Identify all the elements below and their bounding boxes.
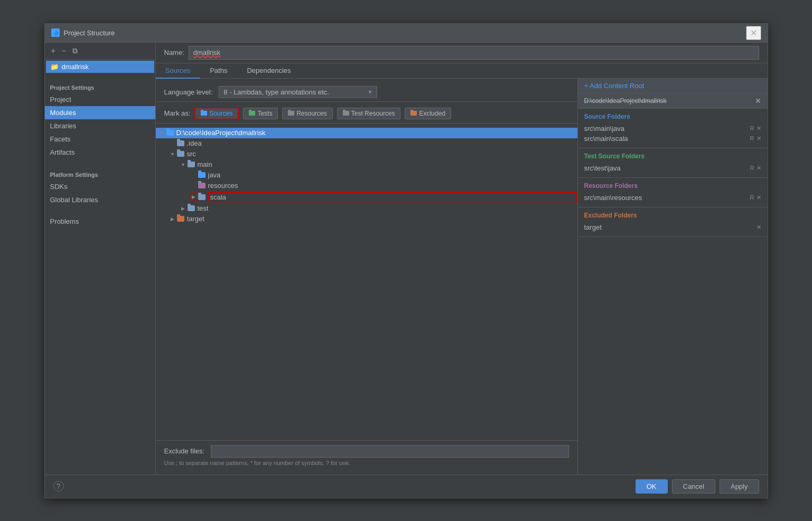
tab-paths[interactable]: Paths [200, 63, 237, 78]
right-close-button[interactable]: ✕ [755, 97, 761, 105]
apply-button[interactable]: Apply [720, 479, 759, 494]
exclude-label: Exclude files: [164, 447, 205, 455]
source-java-actions[interactable]: R ✕ [750, 125, 761, 132]
selected-module-item[interactable]: 📁 dmallrisk [46, 61, 154, 73]
test-source-folders-section: Test Source Folders src\test\java R ✕ [578, 148, 768, 178]
excluded-actions[interactable]: ✕ [757, 224, 761, 231]
src-folder-icon [177, 151, 184, 157]
mark-as-row: Mark as: Sources Tests Resources [156, 104, 577, 124]
target-arrow[interactable] [169, 215, 177, 223]
tree-target-item[interactable]: target [156, 214, 577, 224]
lang-level-select[interactable]: 8 - Lambdas, type annotations etc. ▼ [219, 86, 377, 98]
java-folder-icon [198, 172, 206, 178]
source-scala-actions[interactable]: R ✕ [750, 135, 761, 142]
module-name-value-text: dmallrisk [193, 49, 220, 56]
main-arrow[interactable] [179, 160, 188, 169]
test-java-x-icon[interactable]: ✕ [757, 165, 761, 172]
platform-settings-section: Platform Settings SDKs Global Libraries [45, 167, 155, 206]
lang-level-label: Language level: [164, 88, 213, 96]
help-button[interactable]: ? [53, 481, 64, 491]
mark-as-tests-button[interactable]: Tests [243, 108, 278, 119]
close-button[interactable]: ✕ [746, 26, 761, 40]
sidebar-item-modules[interactable]: Modules [45, 106, 155, 119]
module-folder-icon: 📁 [50, 63, 59, 71]
tree-java-item[interactable]: java [156, 170, 577, 181]
sidebar-item-project[interactable]: Project [45, 93, 155, 106]
tab-dependencies[interactable]: Dependencies [237, 63, 301, 78]
java-name: java [208, 171, 577, 179]
tab-paths-label: Paths [210, 67, 227, 74]
mark-as-resources-button[interactable]: Resources [282, 108, 332, 119]
test-resources-button-label: Test Resources [351, 110, 395, 117]
resource-path: src\main\resources [584, 194, 642, 202]
sidebar-item-artifacts[interactable]: Artifacts [45, 146, 155, 159]
root-folder-icon [166, 130, 174, 136]
scala-arrow[interactable] [190, 193, 198, 201]
sidebar-item-sdks[interactable]: SDKs [45, 180, 155, 193]
tree-idea-item[interactable]: .idea [156, 138, 577, 149]
test-arrow[interactable] [179, 204, 188, 213]
tests-folder-icon [249, 111, 255, 116]
source-java-x-icon[interactable]: ✕ [757, 125, 761, 132]
tree-test-item[interactable]: test [156, 203, 577, 214]
artifacts-item-label: Artifacts [50, 148, 75, 156]
global-libraries-item-label: Global Libraries [50, 196, 98, 204]
mark-as-label: Mark as: [164, 109, 191, 117]
lang-level-dropdown-arrow: ▼ [367, 89, 372, 95]
idea-name: .idea [187, 139, 577, 147]
resource-actions[interactable]: R ✕ [750, 194, 761, 201]
test-java-r-icon[interactable]: R [750, 165, 754, 171]
sidebar-item-global-libraries[interactable]: Global Libraries [45, 193, 155, 206]
excluded-x-icon[interactable]: ✕ [757, 224, 761, 231]
mark-as-excluded-button[interactable]: Excluded [405, 108, 451, 119]
tree-root-item[interactable]: D:\code\IdeaProject\dmallrisk [156, 128, 577, 138]
exclude-hint: Use ; to separate name patterns, * for a… [164, 460, 569, 466]
mark-as-sources-button[interactable]: Sources [194, 107, 239, 120]
add-module-button[interactable]: + [49, 45, 58, 56]
scala-name: scala [208, 192, 577, 202]
src-arrow[interactable] [169, 150, 177, 158]
ok-button[interactable]: OK [636, 479, 668, 494]
tree-src-item[interactable]: src [156, 149, 577, 159]
file-tree[interactable]: D:\code\IdeaProject\dmallrisk .idea [156, 126, 577, 440]
sidebar-item-facets[interactable]: Facets [45, 132, 155, 146]
main-content: Name: dmallrisk Sources Paths Dependenci… [156, 43, 768, 475]
lang-level-row: Language level: 8 - Lambdas, type annota… [156, 83, 577, 102]
exclude-row: Exclude files: [164, 445, 569, 458]
test-java-path: src\test\java [584, 164, 621, 172]
platform-settings-label: Platform Settings [45, 167, 155, 180]
test-name: test [198, 204, 577, 212]
resources-folder-icon [288, 111, 294, 116]
cancel-button[interactable]: Cancel [672, 479, 715, 494]
tab-sources[interactable]: Sources [156, 63, 201, 79]
tree-main-item[interactable]: main [156, 159, 577, 170]
sidebar-item-problems[interactable]: Problems [45, 215, 155, 228]
add-content-root-button[interactable]: + Add Content Root [584, 82, 645, 90]
source-java-path: src\main\java [584, 125, 625, 132]
sources-folder-icon [201, 111, 207, 116]
source-java-r-icon[interactable]: R [750, 125, 754, 131]
root-arrow[interactable] [158, 129, 166, 137]
copy-module-button[interactable]: ⧉ [70, 45, 80, 56]
libraries-item-label: Libraries [50, 122, 77, 130]
tree-resources-item[interactable]: resources [156, 181, 577, 191]
sidebar: + − ⧉ 📁 dmallrisk Project Settings Proje… [45, 43, 156, 475]
right-panel-path: D:\code\IdeaProject\dmallrisk [584, 97, 667, 105]
source-scala-r-icon[interactable]: R [750, 135, 754, 141]
problems-item-label: Problems [50, 217, 79, 225]
source-scala-x-icon[interactable]: ✕ [757, 135, 761, 142]
module-name-row: Name: dmallrisk [156, 43, 768, 63]
remove-module-button[interactable]: − [60, 45, 68, 56]
resource-x-icon[interactable]: ✕ [757, 194, 761, 201]
mark-as-test-resources-button[interactable]: Test Resources [337, 108, 401, 119]
exclude-input[interactable] [211, 445, 568, 458]
test-java-actions[interactable]: R ✕ [750, 165, 761, 172]
resources-name: resources [208, 182, 577, 190]
right-panel-header: + Add Content Root [578, 79, 768, 93]
sources-panel: Language level: 8 - Lambdas, type annota… [156, 79, 577, 475]
src-name: src [187, 150, 577, 158]
sidebar-item-libraries[interactable]: Libraries [45, 119, 155, 132]
module-name-input[interactable]: dmallrisk [189, 46, 759, 60]
resource-r-icon[interactable]: R [750, 194, 754, 201]
tree-scala-item[interactable]: scala [156, 191, 577, 203]
